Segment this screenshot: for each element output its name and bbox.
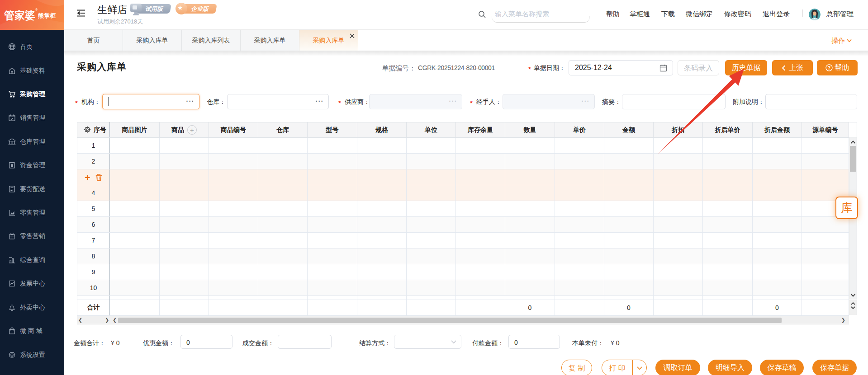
svg-text:?: ?: [828, 66, 830, 70]
